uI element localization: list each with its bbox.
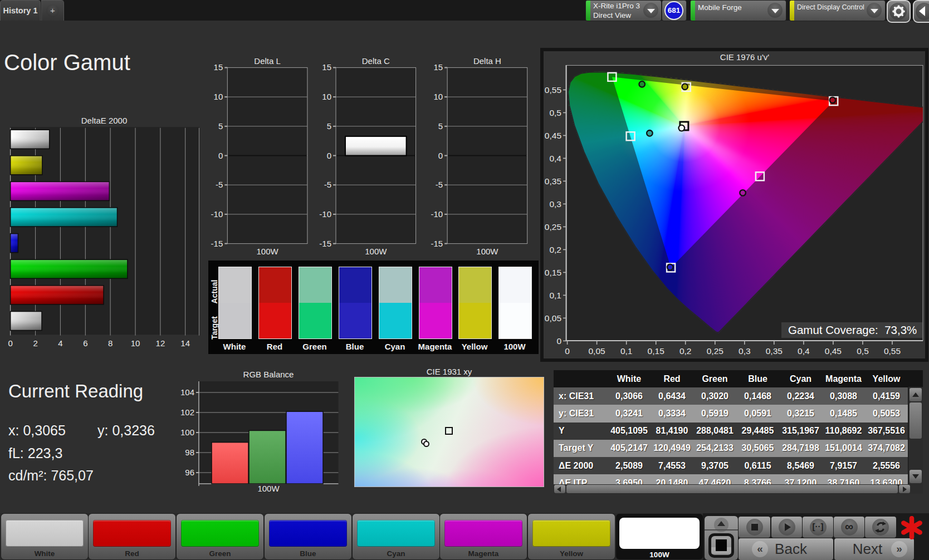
svg-text:Delta H: Delta H [473, 56, 501, 66]
svg-text:0: 0 [218, 151, 223, 160]
svg-text:CIE 1976 u'v': CIE 1976 u'v' [720, 52, 769, 62]
svg-text:0,3: 0,3 [739, 346, 751, 356]
svg-text:12: 12 [156, 338, 165, 348]
svg-text:104: 104 [180, 387, 194, 397]
svg-text:0,5: 0,5 [549, 108, 561, 117]
svg-text:15: 15 [322, 62, 331, 72]
svg-text:0,55: 0,55 [545, 85, 561, 95]
svg-text:-5: -5 [216, 180, 223, 189]
svg-text:14: 14 [180, 338, 190, 348]
svg-text:4: 4 [58, 338, 62, 348]
svg-text:0: 0 [327, 151, 331, 160]
svg-text:0,15: 0,15 [648, 346, 664, 356]
svg-text:0,1: 0,1 [549, 291, 561, 300]
svg-text:0,1: 0,1 [620, 346, 633, 356]
svg-text:-15: -15 [319, 239, 331, 248]
svg-text:-10: -10 [431, 209, 443, 219]
svg-text:-15: -15 [431, 239, 443, 248]
svg-text:0: 0 [8, 338, 13, 348]
svg-text:0,3: 0,3 [549, 199, 561, 209]
svg-text:0,4: 0,4 [549, 154, 561, 163]
svg-text:0,4: 0,4 [798, 346, 810, 356]
svg-text:0,2: 0,2 [549, 245, 561, 254]
svg-text:0: 0 [438, 151, 443, 160]
svg-text:10: 10 [322, 92, 331, 101]
svg-text:0,25: 0,25 [545, 222, 561, 232]
svg-text:-10: -10 [211, 209, 223, 219]
svg-text:0,05: 0,05 [589, 346, 605, 356]
svg-text:0,25: 0,25 [707, 346, 723, 356]
svg-text:8: 8 [108, 338, 113, 348]
svg-text:100: 100 [180, 428, 194, 437]
svg-text:Delta L: Delta L [254, 56, 281, 66]
svg-text:Gamut Coverage: 73,3%: Gamut Coverage: 73,3% [788, 323, 917, 336]
svg-text:-5: -5 [324, 180, 331, 189]
svg-text:100W: 100W [257, 247, 279, 256]
svg-text:RGB Balance: RGB Balance [243, 370, 294, 379]
svg-text:15: 15 [214, 62, 223, 72]
svg-text:0,35: 0,35 [545, 176, 561, 186]
svg-text:0: 0 [565, 346, 570, 356]
svg-text:102: 102 [180, 407, 194, 417]
svg-text:0,55: 0,55 [884, 346, 901, 356]
svg-text:10: 10 [433, 92, 443, 101]
svg-text:100W: 100W [476, 247, 498, 256]
svg-text:98: 98 [185, 448, 194, 457]
svg-text:0,2: 0,2 [679, 346, 692, 356]
svg-text:-15: -15 [211, 239, 223, 248]
svg-text:96: 96 [185, 468, 194, 477]
svg-text:-5: -5 [436, 180, 443, 189]
svg-text:0,5: 0,5 [857, 346, 869, 356]
svg-text:10: 10 [214, 92, 223, 101]
svg-text:0,15: 0,15 [545, 268, 561, 277]
svg-text:2: 2 [33, 338, 37, 348]
svg-text:0,45: 0,45 [545, 131, 561, 140]
svg-text:5: 5 [327, 121, 331, 131]
svg-text:6: 6 [83, 338, 87, 348]
svg-text:15: 15 [433, 62, 443, 72]
svg-text:5: 5 [218, 121, 223, 131]
svg-text:0,05: 0,05 [545, 313, 561, 323]
svg-text:100W: 100W [365, 247, 387, 256]
svg-text:10: 10 [131, 338, 140, 348]
svg-text:0,45: 0,45 [825, 346, 842, 356]
svg-text:0,35: 0,35 [766, 346, 783, 356]
svg-text:5: 5 [438, 121, 443, 131]
svg-text:100W: 100W [257, 484, 280, 493]
svg-text:DeltaE 2000: DeltaE 2000 [81, 116, 128, 125]
svg-text:0: 0 [556, 336, 561, 346]
svg-text:Delta C: Delta C [362, 56, 390, 66]
svg-text:-10: -10 [319, 209, 331, 219]
